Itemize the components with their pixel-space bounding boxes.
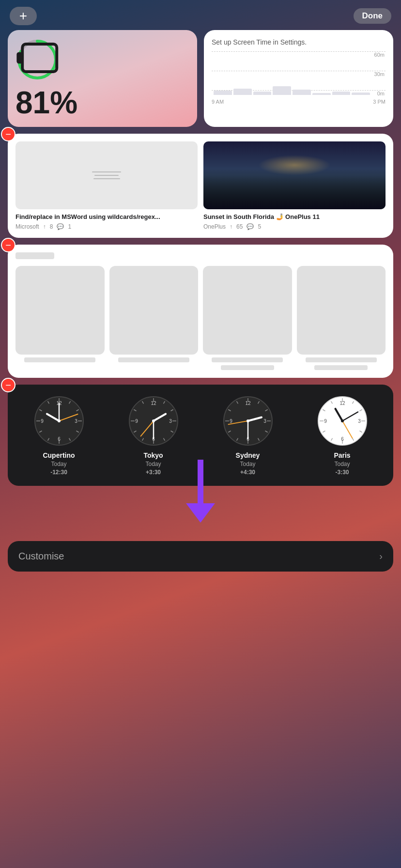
chart-labels: 9 AM 3 PM <box>212 99 386 105</box>
svg-text:9: 9 <box>135 418 138 424</box>
clock-tokyo-label: Tokyo Today +3:30 <box>143 451 163 476</box>
clock-paris: 12 3 6 9 <box>297 394 387 476</box>
chart-label-3pm: 3 PM <box>373 99 386 105</box>
clock-paris-face: 12 3 6 9 <box>316 394 369 448</box>
chart-bars <box>212 51 372 95</box>
svg-marker-89 <box>186 503 215 523</box>
done-button[interactable]: Done <box>354 8 392 24</box>
post-2-upvotes: 65 <box>236 223 243 230</box>
battery-icon <box>15 36 59 83</box>
app-item-4 <box>297 266 386 371</box>
app-item-3 <box>203 266 292 371</box>
remove-appgrid-badge[interactable]: − <box>1 238 15 252</box>
app-label-3b <box>221 365 274 370</box>
svg-point-87 <box>341 419 344 422</box>
svg-rect-3 <box>16 52 23 64</box>
app-label-4b <box>314 365 368 370</box>
reddit-widget: Find/replace in MSWord using wildcards/r… <box>8 134 393 238</box>
svg-text:3: 3 <box>358 418 361 424</box>
post-2-upvote-icon: ↑ <box>230 223 232 230</box>
night-photo-building <box>203 175 386 209</box>
post-2-comment-icon: 💬 <box>247 223 254 230</box>
clock-paris-label: Paris Today -3:30 <box>334 451 350 476</box>
battery-circle <box>15 38 59 81</box>
screentime-message: Set up Screen Time in Settings. <box>212 38 386 46</box>
post-1-upvote-icon: ↑ <box>43 223 46 230</box>
appgrid-widget <box>8 245 393 378</box>
chart-bar <box>253 92 272 95</box>
battery-percent: 81% <box>15 87 189 118</box>
post-1-title: Find/replace in MSWord using wildcards/r… <box>15 213 198 221</box>
svg-text:3: 3 <box>263 418 266 424</box>
post-2-meta: OnePlus ↑ 65 💬 5 <box>203 223 386 230</box>
post-1-comment-icon: 💬 <box>57 223 64 230</box>
chart-bar <box>214 91 232 95</box>
clock-widget-container: − <box>8 385 393 485</box>
app-item-2 <box>109 266 199 371</box>
svg-text:12: 12 <box>339 401 345 406</box>
post-2-comments: 5 <box>258 223 261 230</box>
post-1-meta: Microsoft ↑ 8 💬 1 <box>15 223 198 230</box>
post-1-image-lines <box>92 171 121 179</box>
post-2-image <box>203 141 386 209</box>
post-1-subreddit: Microsoft <box>15 223 39 230</box>
reddit-posts: Find/replace in MSWord using wildcards/r… <box>15 141 386 230</box>
clock-cupertino-face: 12 3 6 9 <box>32 394 86 448</box>
svg-point-45 <box>152 419 155 422</box>
row-1: 81% Set up Screen Time in Settings. 60m … <box>8 30 393 127</box>
customise-chevron-icon: › <box>379 551 383 562</box>
svg-rect-2 <box>22 44 57 72</box>
remove-reddit-badge[interactable]: − <box>1 127 15 141</box>
purple-arrow-container <box>181 460 220 525</box>
post-1-image <box>15 141 198 209</box>
app-label-2 <box>118 357 189 362</box>
svg-text:6: 6 <box>341 436 344 442</box>
svg-text:3: 3 <box>169 418 172 424</box>
clock-tokyo-face: 12 3 6 9 <box>127 394 180 448</box>
svg-text:12: 12 <box>151 401 156 406</box>
app-icon-3 <box>203 266 292 355</box>
customise-bar[interactable]: Customise › <box>8 541 393 572</box>
chart-bar <box>273 86 291 95</box>
svg-text:3: 3 <box>75 418 77 424</box>
svg-text:9: 9 <box>324 418 327 424</box>
post-1-comments: 1 <box>68 223 71 230</box>
clock-sydney-face: 12 3 6 9 <box>221 394 275 448</box>
chart-bar <box>332 92 351 95</box>
svg-text:9: 9 <box>230 418 232 424</box>
night-photo-glow <box>258 155 331 175</box>
chart-area: 60m 30m 0m 9 AM 3 PM <box>212 51 386 105</box>
chart-bar <box>293 90 311 95</box>
app-label-1 <box>24 357 95 362</box>
svg-text:9: 9 <box>41 418 44 424</box>
app-icon-2 <box>109 266 199 355</box>
appgrid-row <box>15 266 386 371</box>
post-2-subreddit: OnePlus <box>203 223 226 230</box>
customise-label: Customise <box>18 551 64 562</box>
chart-bar <box>352 93 370 95</box>
post-2-title: Sunset in South Florida 🤳 OnePlus 11 <box>203 213 386 221</box>
reddit-post-1[interactable]: Find/replace in MSWord using wildcards/r… <box>15 141 198 230</box>
svg-text:6: 6 <box>58 436 61 442</box>
app-label-3 <box>212 357 283 362</box>
screentime-widget: Set up Screen Time in Settings. 60m 30m … <box>204 30 393 127</box>
app-label-4 <box>306 357 377 362</box>
chart-bar <box>233 89 252 95</box>
add-widget-button[interactable]: + <box>10 7 37 25</box>
svg-point-66 <box>247 419 249 422</box>
chart-label-9am: 9 AM <box>212 99 224 105</box>
reddit-post-2[interactable]: Sunset in South Florida 🤳 OnePlus 11 One… <box>203 141 386 230</box>
clock-cupertino: 12 3 6 9 <box>14 394 104 476</box>
purple-arrow-svg <box>181 460 220 523</box>
clock-sydney-label: Sydney Today +4:30 <box>236 451 260 476</box>
appgrid-widget-container: − <box>8 245 393 378</box>
svg-text:12: 12 <box>245 401 251 406</box>
appgrid-title-placeholder <box>15 252 54 259</box>
clock-cupertino-label: Cupertino Today -12:30 <box>43 451 75 476</box>
post-1-upvotes: 8 <box>50 223 53 230</box>
app-item-1 <box>15 266 105 371</box>
customise-spacer: Customise › <box>0 541 401 572</box>
chart-bar <box>312 93 331 95</box>
reddit-widget-container: − Find/replace in MSWord using wildcards… <box>8 134 393 238</box>
app-icon-4 <box>297 266 386 355</box>
